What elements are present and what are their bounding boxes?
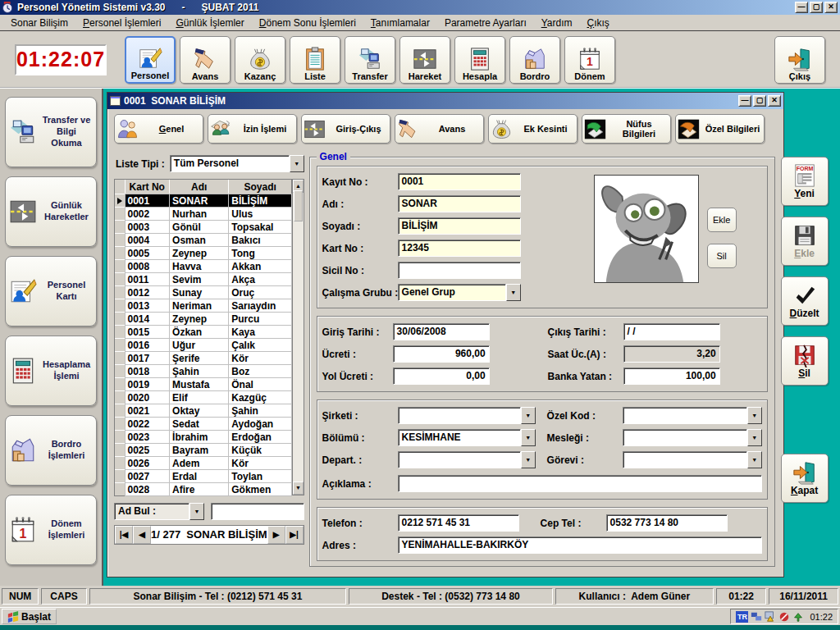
table-scrollbar[interactable]: ▲ ▼ bbox=[292, 179, 304, 495]
ozel-kod-combobox[interactable]: ▼ bbox=[623, 407, 762, 424]
previous-record-icon[interactable]: ◀ bbox=[133, 526, 151, 544]
tab-ozel-bilgileri[interactable]: Özel Bilgileri bbox=[675, 114, 765, 144]
table-row[interactable]: 0018 Şahin Boz bbox=[115, 365, 292, 378]
calisma-grubu-combobox[interactable]: Genel Grup ▼ bbox=[398, 284, 521, 301]
search-input[interactable] bbox=[211, 503, 304, 520]
table-row[interactable]: 0008 Havva Akkan bbox=[115, 260, 292, 273]
kayit-no-field[interactable]: 0001 bbox=[398, 173, 521, 190]
cikis-tarihi-field[interactable]: / / bbox=[623, 323, 720, 340]
table-row[interactable]: 0002 Nurhan Ulus bbox=[115, 208, 292, 221]
table-row[interactable]: 0028 Afire Gökmen bbox=[115, 483, 292, 496]
tab-giris-cikis[interactable]: Giriş-Çıkış bbox=[301, 114, 390, 144]
yeni-button[interactable]: Yeni bbox=[781, 157, 829, 206]
cep-tel-field[interactable]: 0532 773 14 80 bbox=[606, 514, 728, 532]
menu-parametre-ayarlari[interactable]: Parametre Ayarları bbox=[437, 16, 534, 30]
minimize-icon[interactable]: — bbox=[738, 95, 751, 107]
column-header-soyadi[interactable]: Soyadı bbox=[229, 180, 292, 194]
close-icon[interactable]: ✕ bbox=[824, 2, 838, 13]
table-row[interactable]: 0017 Şerife Kör bbox=[115, 352, 292, 365]
chevron-down-icon[interactable]: ▼ bbox=[521, 451, 536, 468]
tab-ek-kesinti[interactable]: Ek Kesinti bbox=[488, 114, 578, 144]
chevron-down-icon[interactable]: ▼ bbox=[521, 407, 536, 424]
network-tray-icon[interactable] bbox=[751, 611, 762, 623]
maximize-icon[interactable]: ▢ bbox=[810, 2, 823, 13]
tab-nufus-bilgileri[interactable]: Nüfus Bilgileri bbox=[582, 114, 671, 144]
gorevi-combobox[interactable]: ▼ bbox=[623, 451, 762, 468]
ad-bul-combobox[interactable]: Ad Bul : ▼ bbox=[114, 503, 204, 520]
aciklama-field[interactable] bbox=[398, 475, 762, 492]
toolbar-personel-button[interactable]: Personel bbox=[125, 36, 176, 84]
soyadi-field[interactable]: BİLİŞİM bbox=[398, 217, 521, 235]
menu-cikis[interactable]: Çıkış bbox=[580, 16, 617, 30]
sidebar-item-gunluk-hareketler[interactable]: Günlük Hareketler bbox=[5, 176, 97, 247]
banka-yatan-field[interactable]: 100,00 bbox=[623, 368, 720, 385]
chevron-down-icon[interactable]: ▼ bbox=[747, 429, 762, 446]
menu-gunluk-islemler[interactable]: Günlük İşlemler bbox=[168, 16, 251, 30]
table-row[interactable]: 0026 Adem Kör bbox=[115, 457, 292, 470]
menu-yardim[interactable]: Yardım bbox=[534, 16, 580, 30]
sidebar-item-transfer-bilgi-okuma[interactable]: Transfer ve Bilgi Okuma bbox=[5, 97, 97, 167]
table-row[interactable]: 0016 Uğur Çalık bbox=[115, 339, 292, 352]
table-row[interactable]: 0013 Neriman Sarıaydın bbox=[115, 299, 292, 313]
photo-ekle-button[interactable]: Ekle bbox=[707, 208, 737, 232]
sil-button[interactable]: Sil bbox=[781, 336, 829, 386]
sidebar-item-personel-karti[interactable]: Personel Kartı bbox=[5, 256, 97, 326]
adres-field[interactable]: YENİMAHALLE-BAKIRKÖY bbox=[398, 536, 762, 554]
photo-sil-button[interactable]: Sil bbox=[707, 244, 737, 268]
ucreti-field[interactable]: 960,00 bbox=[393, 345, 490, 363]
table-row[interactable]: 0015 Özkan Kaya bbox=[115, 326, 292, 339]
table-row[interactable]: 0001 SONAR BİLİŞİM bbox=[115, 194, 292, 208]
liste-tipi-combobox[interactable]: Tüm Personel ▼ bbox=[170, 155, 304, 172]
bolumu-combobox[interactable]: KESİMHANE▼ bbox=[398, 429, 536, 446]
meslegi-combobox[interactable]: ▼ bbox=[623, 429, 762, 446]
close-icon[interactable]: ✕ bbox=[768, 95, 781, 107]
duzelt-button[interactable]: Düzelt bbox=[781, 276, 829, 326]
warning-tray-icon[interactable] bbox=[765, 611, 776, 623]
toolbar-avans-button[interactable]: Avans bbox=[180, 36, 231, 84]
column-header-kart-no[interactable]: Kart No bbox=[125, 180, 170, 194]
chevron-down-icon[interactable]: ▼ bbox=[747, 451, 762, 468]
sidebar-item-hesaplama-islemi[interactable]: Hesaplama İşlemi bbox=[5, 336, 97, 406]
toolbar-cikis-button[interactable]: Çıkış bbox=[774, 36, 825, 84]
toolbar-hareket-button[interactable]: Hareket bbox=[399, 36, 450, 84]
column-header-adi[interactable]: Adı bbox=[170, 180, 229, 194]
depart-combobox[interactable]: ▼ bbox=[398, 451, 536, 468]
toolbar-liste-button[interactable]: Liste bbox=[290, 36, 340, 84]
kapat-button[interactable]: Kapat bbox=[781, 454, 829, 503]
next-record-icon[interactable]: ▶ bbox=[267, 526, 285, 544]
menu-personel-islemleri[interactable]: Personel İşlemleri bbox=[75, 16, 168, 30]
toolbar-donem-button[interactable]: Dönem bbox=[564, 36, 615, 84]
yol-ucreti-field[interactable]: 0,00 bbox=[393, 368, 490, 385]
sicil-no-field[interactable] bbox=[398, 262, 521, 279]
sirketi-combobox[interactable]: ▼ bbox=[398, 407, 536, 424]
language-indicator[interactable]: TR bbox=[736, 611, 748, 623]
table-row[interactable]: 0012 Sunay Oruç bbox=[115, 286, 292, 299]
chevron-down-icon[interactable]: ▼ bbox=[521, 429, 536, 446]
tab-avans[interactable]: Avans bbox=[395, 114, 484, 144]
table-row[interactable]: 0005 Zeynep Tong bbox=[115, 247, 292, 260]
table-row[interactable]: 0020 Elif Kazgüç bbox=[115, 391, 292, 404]
blocked-tray-icon[interactable] bbox=[778, 611, 790, 623]
chevron-down-icon[interactable]: ▼ bbox=[506, 284, 521, 301]
chevron-down-icon[interactable]: ▼ bbox=[189, 503, 204, 520]
toolbar-transfer-button[interactable]: Transfer bbox=[345, 36, 395, 84]
telefon-field[interactable]: 0212 571 45 31 bbox=[398, 514, 519, 532]
table-row[interactable]: 0014 Zeynep Purcu bbox=[115, 313, 292, 326]
toolbar-bordro-button[interactable]: Bordro bbox=[509, 36, 560, 84]
update-tray-icon[interactable] bbox=[792, 611, 804, 623]
table-row[interactable]: 0003 Gönül Topsakal bbox=[115, 221, 292, 234]
toolbar-hesapla-button[interactable]: Hesapla bbox=[454, 36, 505, 84]
table-row[interactable]: 0019 Mustafa Önal bbox=[115, 378, 292, 391]
table-row[interactable]: 0023 İbrahim Erdoğan bbox=[115, 431, 292, 444]
sidebar-item-bordro-islemleri[interactable]: Bordro İşlemleri bbox=[5, 415, 97, 486]
menu-sonar-bilisim[interactable]: Sonar Bilişim bbox=[3, 16, 75, 30]
chevron-down-icon[interactable]: ▼ bbox=[747, 407, 762, 424]
toolbar-kazanc-button[interactable]: Kazanç bbox=[235, 36, 285, 84]
scrollbar-thumb[interactable] bbox=[294, 190, 302, 221]
maximize-icon[interactable]: ▢ bbox=[753, 95, 766, 107]
ekle-button[interactable]: Ekle bbox=[781, 217, 829, 266]
table-row[interactable]: 0022 Sedat Aydoğan bbox=[115, 418, 292, 431]
kart-no-field[interactable]: 12345 bbox=[398, 240, 521, 257]
chevron-down-icon[interactable]: ▼ bbox=[290, 155, 304, 172]
sidebar-item-donem-islemleri[interactable]: Dönem İşlemleri bbox=[5, 495, 97, 565]
